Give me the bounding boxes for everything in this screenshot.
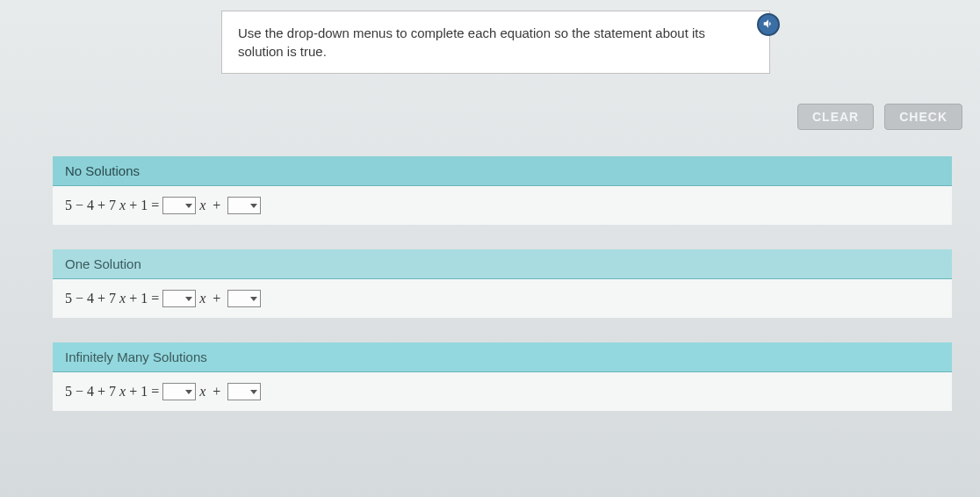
equation-mid: + 1 = bbox=[129, 291, 159, 306]
constant-dropdown[interactable] bbox=[227, 383, 261, 400]
equation-var: x bbox=[199, 291, 205, 306]
coefficient-dropdown[interactable] bbox=[162, 197, 196, 214]
constant-dropdown[interactable] bbox=[227, 197, 261, 214]
equation-mid: + 1 = bbox=[129, 384, 159, 400]
plus-sign: + bbox=[213, 291, 220, 306]
equation-var: x bbox=[199, 384, 205, 400]
instruction-box: Use the drop-down menus to complete each… bbox=[221, 11, 770, 74]
sections-container: No Solutions 5 − 4 + 7x + 1 = x + One So… bbox=[53, 156, 952, 436]
equation-var: x bbox=[199, 198, 205, 213]
clear-button[interactable]: CLEAR bbox=[797, 104, 874, 130]
equation-var: x bbox=[119, 198, 126, 213]
equation-row: 5 − 4 + 7x + 1 = x + bbox=[53, 186, 952, 225]
section-title: Infinitely Many Solutions bbox=[65, 349, 207, 364]
section-header: One Solution bbox=[53, 249, 952, 279]
section-title: No Solutions bbox=[65, 163, 140, 178]
speaker-icon bbox=[762, 18, 775, 32]
action-button-row: CLEAR CHECK bbox=[797, 104, 962, 130]
equation-row: 5 − 4 + 7x + 1 = x + bbox=[53, 279, 952, 318]
equation-row: 5 − 4 + 7x + 1 = x + bbox=[53, 372, 952, 411]
equation-lhs: 5 − 4 + 7 bbox=[65, 198, 116, 213]
equation-var: x bbox=[119, 291, 126, 306]
section-infinitely-many: Infinitely Many Solutions 5 − 4 + 7x + 1… bbox=[53, 342, 952, 411]
equation-lhs: 5 − 4 + 7 bbox=[65, 384, 116, 400]
plus-sign: + bbox=[213, 198, 220, 213]
coefficient-dropdown[interactable] bbox=[162, 290, 196, 307]
instruction-text: Use the drop-down menus to complete each… bbox=[238, 25, 705, 59]
equation-var: x bbox=[119, 384, 126, 400]
equation-lhs: 5 − 4 + 7 bbox=[65, 291, 116, 306]
constant-dropdown[interactable] bbox=[227, 290, 261, 307]
check-button[interactable]: CHECK bbox=[884, 104, 962, 130]
plus-sign: + bbox=[213, 384, 220, 400]
coefficient-dropdown[interactable] bbox=[162, 383, 196, 400]
equation-mid: + 1 = bbox=[129, 198, 159, 213]
section-title: One Solution bbox=[65, 256, 141, 271]
section-header: No Solutions bbox=[53, 156, 952, 186]
audio-button[interactable] bbox=[757, 13, 780, 36]
section-no-solutions: No Solutions 5 − 4 + 7x + 1 = x + bbox=[53, 156, 952, 225]
section-one-solution: One Solution 5 − 4 + 7x + 1 = x + bbox=[53, 249, 952, 318]
section-header: Infinitely Many Solutions bbox=[53, 342, 952, 372]
